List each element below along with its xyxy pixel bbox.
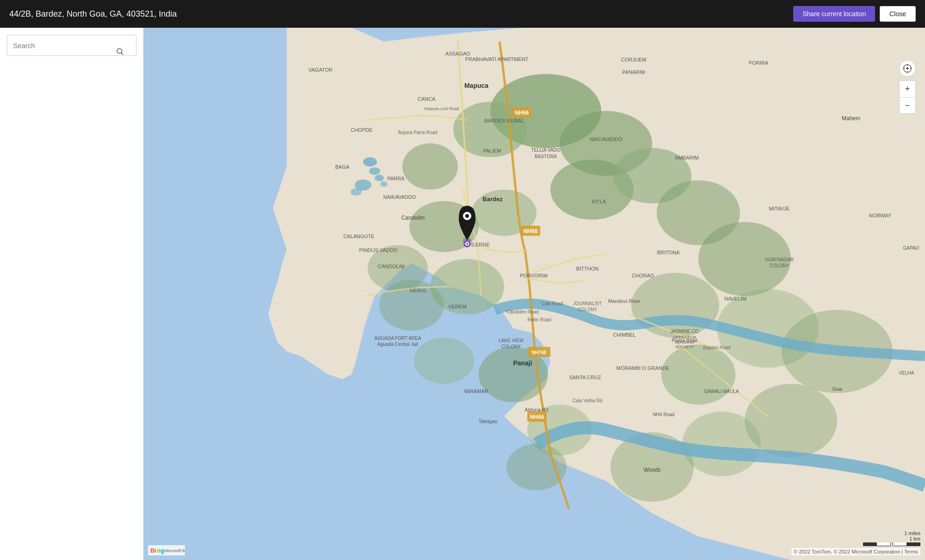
svg-point-8 — [402, 143, 458, 190]
svg-text:BAGA: BAGA — [335, 164, 350, 170]
scale-ruler-2 — [893, 542, 920, 546]
svg-text:SOCIETY: SOCIETY — [675, 345, 694, 349]
svg-text:NAICAVADDO: NAICAVADDO — [589, 136, 623, 142]
svg-text:Panaji: Panaji — [513, 359, 532, 367]
svg-text:PORIRA: PORIRA — [749, 60, 769, 66]
scale-ruler — [863, 542, 891, 546]
scale-miles: 1 miles — [904, 530, 920, 536]
svg-text:PORVORIM: PORVORIM — [520, 273, 548, 278]
svg-text:COLONY: COLONY — [578, 307, 598, 312]
svg-text:MORAMBI O GRANDE: MORAMBI O GRANDE — [617, 365, 669, 371]
svg-text:CORJUEM: CORJUEM — [621, 57, 646, 62]
svg-text:TELLIA VADO: TELLIA VADO — [531, 148, 560, 153]
svg-text:PARRA: PARRA — [387, 176, 405, 181]
svg-text:Mapuca: Mapuca — [464, 82, 488, 89]
svg-text:GAPAO: GAPAO — [903, 246, 919, 251]
svg-text:Anjuna Parra Road: Anjuna Parra Road — [398, 130, 437, 135]
svg-text:Candolim Road: Candolim Road — [507, 309, 539, 314]
svg-point-114 — [465, 214, 469, 218]
svg-text:NH66: NH66 — [530, 414, 544, 420]
svg-text:ASSAGAO: ASSAGAO — [445, 51, 470, 56]
svg-text:NAVELIM: NAVELIM — [724, 296, 746, 302]
svg-text:CANCA: CANCA — [418, 96, 436, 102]
svg-text:Mandovi River: Mandovi River — [608, 298, 641, 304]
svg-text:AGUADA FORT AREA: AGUADA FORT AREA — [375, 336, 421, 341]
svg-text:CALANGUTE: CALANGUTE — [343, 234, 374, 239]
svg-text:g: g — [160, 547, 164, 554]
svg-text:Mapusa Link Road: Mapusa Link Road — [424, 106, 459, 111]
svg-point-29 — [363, 157, 377, 166]
scale-km: 1 km — [909, 536, 920, 542]
svg-point-119 — [906, 68, 908, 69]
svg-text:Microsoft Bing: Microsoft Bing — [164, 548, 185, 553]
svg-text:B: B — [150, 547, 154, 554]
map-container: NH66 NH66 NH748 NH66 Mapuca Bardez Cando… — [0, 28, 925, 560]
svg-point-31 — [375, 175, 384, 181]
attribution: © 2022 TomTom, © 2022 Microsoft Corporat… — [791, 548, 920, 555]
svg-text:Cala Velha Rd: Cala Velha Rd — [573, 398, 602, 403]
compass-button[interactable] — [899, 60, 916, 77]
svg-text:NH4 Road: NH4 Road — [653, 412, 675, 417]
svg-text:VELHA: VELHA — [899, 370, 914, 375]
svg-text:PINDUS VADDO: PINDUS VADDO — [359, 247, 398, 253]
svg-line-1 — [121, 53, 123, 55]
svg-point-34 — [351, 188, 362, 196]
svg-text:Bypass Road: Bypass Road — [703, 345, 730, 350]
svg-text:CHOPDE: CHOPDE — [351, 127, 372, 133]
svg-text:HOUSING: HOUSING — [675, 340, 694, 345]
svg-text:BRITONA: BRITONA — [657, 250, 680, 255]
search-panel — [0, 28, 143, 560]
svg-text:COLONY: COLONY — [770, 263, 789, 268]
svg-text:Aldona Rd: Aldona Rd — [524, 407, 548, 412]
svg-text:Cala Road: Cala Road — [541, 301, 563, 306]
svg-text:LAKE VIEW: LAKE VIEW — [499, 338, 524, 343]
map-svg: NH66 NH66 NH748 NH66 Mapuca Bardez Cando… — [143, 28, 925, 560]
svg-text:Goa: Goa — [832, 386, 843, 392]
location-title: 44/2B, Bardez, North Goa, GA, 403521, In… — [9, 9, 793, 19]
svg-text:CHIMBEL: CHIMBEL — [613, 332, 636, 338]
search-icon — [116, 47, 124, 57]
svg-text:BITTHON: BITTHON — [576, 266, 598, 271]
close-button[interactable]: Close — [880, 6, 916, 22]
zoom-in-button[interactable]: + — [899, 80, 916, 97]
svg-point-23 — [414, 338, 474, 384]
svg-text:Taleigao: Taleigao — [479, 418, 498, 424]
svg-text:Candolim: Candolim — [401, 215, 425, 221]
svg-text:VAGATOR: VAGATOR — [308, 67, 333, 73]
svg-text:PRABHAVATI APARTMENT: PRABHAVATI APARTMENT — [465, 56, 529, 62]
bing-logo: B i n g Microsoft Bing — [148, 545, 185, 555]
svg-text:NH66: NH66 — [524, 228, 538, 234]
svg-text:JASMINE CO: JASMINE CO — [670, 329, 698, 334]
svg-text:Bardez: Bardez — [482, 196, 503, 203]
svg-text:COLONY: COLONY — [501, 344, 521, 349]
app-header: 44/2B, Bardez, North Goa, GA, 403521, In… — [0, 0, 925, 28]
svg-text:KITLA: KITLA — [592, 199, 606, 204]
zoom-out-button[interactable]: − — [899, 97, 916, 114]
scale-bar: 1 miles 1 km — [863, 530, 920, 546]
share-location-button[interactable]: Share current location — [793, 6, 875, 22]
svg-text:NAIKAVADDO: NAIKAVADDO — [383, 194, 416, 200]
svg-text:VEREM: VEREM — [448, 304, 466, 309]
svg-text:NH66: NH66 — [515, 110, 529, 116]
svg-text:i: i — [154, 547, 156, 554]
svg-point-28 — [506, 444, 567, 490]
map-controls: + − — [899, 60, 916, 114]
svg-text:GAWALI MAULA: GAWALI MAULA — [704, 389, 739, 394]
svg-text:BASTORA: BASTORA — [535, 154, 557, 159]
svg-text:MIRAMAR: MIRAMAR — [464, 388, 488, 394]
svg-text:Aguada Central Jail: Aguada Central Jail — [377, 342, 418, 347]
zoom-controls: + − — [899, 80, 916, 114]
svg-point-0 — [117, 49, 122, 54]
svg-text:PANARIM: PANARIM — [622, 69, 645, 75]
svg-text:OPERATIVE: OPERATIVE — [673, 335, 697, 340]
svg-point-117 — [466, 243, 468, 245]
svg-text:Refer Road: Refer Road — [527, 317, 551, 322]
svg-text:PILERNE: PILERNE — [468, 242, 489, 247]
svg-text:NH748: NH748 — [531, 350, 546, 355]
svg-point-30 — [369, 167, 380, 175]
svg-text:PALIEM: PALIEM — [483, 148, 501, 154]
svg-text:MITAVJE: MITAVJE — [769, 206, 790, 211]
svg-text:CHORAO: CHORAO — [632, 273, 654, 278]
svg-point-21 — [661, 345, 735, 405]
svg-text:JOURNALIST: JOURNALIST — [573, 301, 602, 306]
